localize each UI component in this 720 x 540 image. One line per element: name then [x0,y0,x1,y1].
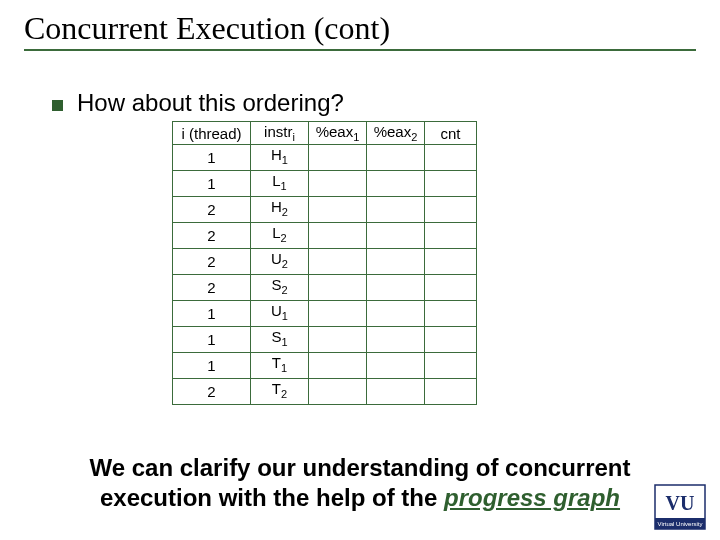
cell-eax2 [367,145,425,171]
cell-cnt [425,275,477,301]
ordering-table: i (thread) instri %eax1 %eax2 cnt 1H1 1L… [172,121,477,405]
square-bullet-icon [52,100,63,111]
cell-eax1 [309,249,367,275]
cell-cnt [425,379,477,405]
cell-eax1 [309,223,367,249]
table-row: 1T1 [173,353,477,379]
cell-eax2 [367,327,425,353]
svg-text:Virtual University: Virtual University [658,521,703,527]
cell-eax2 [367,301,425,327]
table-header-row: i (thread) instri %eax1 %eax2 cnt [173,122,477,145]
cell-eax2 [367,223,425,249]
cell-cnt [425,249,477,275]
cell-eax2 [367,275,425,301]
cell-instr: T1 [251,353,309,379]
cell-instr: T2 [251,379,309,405]
cell-eax2 [367,171,425,197]
table-row: 2T2 [173,379,477,405]
page-title: Concurrent Execution (cont) [24,10,696,47]
cell-cnt [425,197,477,223]
cell-instr: U1 [251,301,309,327]
cell-eax2 [367,197,425,223]
cell-eax1 [309,145,367,171]
cell-cnt [425,353,477,379]
cell-i: 2 [173,275,251,301]
table-row: 1L1 [173,171,477,197]
col-header-instr: instri [251,122,309,145]
svg-text:VU: VU [666,492,695,514]
cell-eax1 [309,197,367,223]
cell-instr: L1 [251,171,309,197]
cell-i: 1 [173,145,251,171]
cell-eax1 [309,327,367,353]
table-body: 1H1 1L1 2H2 2L2 2U2 2S2 1U1 1S1 1T1 2T2 [173,145,477,405]
cell-cnt [425,171,477,197]
cell-instr: S1 [251,327,309,353]
cell-instr: H1 [251,145,309,171]
cell-eax1 [309,353,367,379]
cell-cnt [425,301,477,327]
table-row: 1S1 [173,327,477,353]
table-row: 1U1 [173,301,477,327]
cell-eax1 [309,171,367,197]
cell-instr: U2 [251,249,309,275]
cell-i: 1 [173,301,251,327]
cell-cnt [425,327,477,353]
bullet-text: How about this ordering? [77,89,344,117]
slide-body: How about this ordering? i (thread) inst… [24,89,696,405]
ordering-table-wrap: i (thread) instri %eax1 %eax2 cnt 1H1 1L… [172,121,696,405]
cell-instr: S2 [251,275,309,301]
cell-cnt [425,145,477,171]
vu-logo-icon: Virtual University VU [654,484,706,530]
bullet-item: How about this ordering? [52,89,696,117]
table-row: 2L2 [173,223,477,249]
cell-i: 2 [173,197,251,223]
col-header-thread: i (thread) [173,122,251,145]
cell-eax1 [309,301,367,327]
col-header-eax1: %eax1 [309,122,367,145]
cell-eax2 [367,379,425,405]
progress-graph-term: progress graph [444,484,620,511]
cell-instr: H2 [251,197,309,223]
cell-instr: L2 [251,223,309,249]
cell-i: 2 [173,379,251,405]
cell-i: 1 [173,353,251,379]
cell-eax2 [367,353,425,379]
cell-i: 2 [173,223,251,249]
cell-i: 2 [173,249,251,275]
cell-i: 1 [173,327,251,353]
table-row: 2U2 [173,249,477,275]
table-row: 1H1 [173,145,477,171]
table-row: 2S2 [173,275,477,301]
cell-eax2 [367,249,425,275]
cell-i: 1 [173,171,251,197]
slide: Concurrent Execution (cont) How about th… [0,0,720,540]
col-header-eax2: %eax2 [367,122,425,145]
col-header-cnt: cnt [425,122,477,145]
cell-eax1 [309,275,367,301]
title-underline: Concurrent Execution (cont) [24,10,696,51]
table-row: 2H2 [173,197,477,223]
conclusion-text: We can clarify our understanding of conc… [24,453,696,513]
cell-cnt [425,223,477,249]
cell-eax1 [309,379,367,405]
